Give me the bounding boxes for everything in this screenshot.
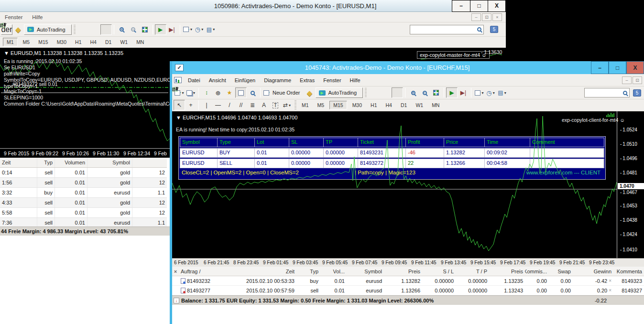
- price-axis[interactable]: 1.0524 1.0510 1.0496 1.0481 1.0467 1.045…: [617, 111, 644, 258]
- arrows-tool-icon[interactable]: ⇄▾: [281, 100, 293, 110]
- favorites-button[interactable]: ★: [224, 87, 235, 98]
- autotrading-button[interactable]: ▶ AutoTrading: [316, 87, 363, 98]
- chart-shift-icon[interactable]: ▶|: [166, 24, 178, 35]
- bar-chart-icon[interactable]: [369, 87, 380, 98]
- time-axis[interactable]: 6 Feb 2015 6 Feb 21:45 8 Feb 23:45 9 Feb…: [172, 258, 644, 267]
- table-row[interactable]: 5:58sell0.01gold12: [0, 208, 167, 218]
- fibonacci-tool-icon[interactable]: ≣: [247, 100, 258, 110]
- search-input[interactable]: [412, 27, 477, 32]
- zoom-out-icon[interactable]: −: [419, 87, 430, 98]
- search-field[interactable]: [410, 25, 484, 34]
- vertical-line-tool-icon[interactable]: |: [201, 100, 212, 110]
- terminal-close-icon[interactable]: ×: [172, 269, 179, 274]
- data-window-button[interactable]: [235, 87, 247, 98]
- period-m5[interactable]: M5: [20, 38, 33, 46]
- close-order-icon[interactable]: ×: [609, 278, 611, 283]
- period-d1[interactable]: D1: [397, 101, 410, 109]
- period-m1[interactable]: M1: [298, 101, 312, 109]
- menu-diagramme[interactable]: Diagramme: [260, 77, 295, 83]
- period-h4[interactable]: H4: [382, 101, 395, 109]
- timeframes-clock-icon[interactable]: ◷▾: [485, 87, 496, 98]
- col-gewinn[interactable]: Gewinn: [573, 269, 613, 274]
- minimize-button[interactable]: –: [591, 61, 609, 74]
- notifications-badge[interactable]: 5: [633, 89, 641, 97]
- period-m1[interactable]: M1: [3, 38, 18, 46]
- search-input[interactable]: [587, 90, 623, 96]
- eurchf-chart[interactable]: ▼ EURCHF,M15 1.04696 1.04740 1.04693 1.0…: [172, 111, 644, 267]
- auto-scroll-icon[interactable]: ▶: [155, 24, 166, 35]
- col-tp[interactable]: T / P: [456, 269, 489, 274]
- col-zeit[interactable]: Zeit: [0, 158, 37, 167]
- period-m15[interactable]: M15: [35, 38, 51, 46]
- zoom-in-icon[interactable]: +: [116, 24, 128, 35]
- col-typ[interactable]: Typ: [37, 158, 55, 167]
- col-auftrag[interactable]: Auftrag /: [179, 269, 225, 274]
- menu-datei[interactable]: Datei: [184, 77, 205, 83]
- period-m30[interactable]: M30: [54, 38, 70, 46]
- table-row[interactable]: 3:32buy0.01eurusd1.1: [0, 188, 167, 198]
- timeframes-clock-icon[interactable]: ◷▾: [194, 24, 205, 35]
- tile-windows-icon[interactable]: [430, 87, 442, 98]
- minimize-button[interactable]: –: [452, 0, 470, 11]
- text-tool-icon[interactable]: A: [258, 100, 270, 110]
- period-w1[interactable]: W1: [117, 38, 131, 46]
- trendline-tool-icon[interactable]: /: [224, 100, 235, 110]
- col-vol[interactable]: Vol...: [320, 269, 347, 274]
- tile-windows-icon[interactable]: [139, 24, 151, 35]
- table-row[interactable]: 4:33sell0.01gold12: [0, 198, 167, 208]
- col-zeit[interactable]: Zeit: [225, 269, 296, 274]
- col-symbol[interactable]: Symbol: [347, 269, 384, 274]
- chart-shift-icon[interactable]: ▶|: [458, 87, 469, 98]
- close-button[interactable]: X: [488, 0, 505, 11]
- templates-icon[interactable]: ▤▾: [496, 87, 508, 98]
- zoom-in-icon[interactable]: +: [407, 87, 419, 98]
- period-mn[interactable]: MN: [428, 101, 443, 109]
- period-h1[interactable]: H1: [72, 38, 85, 46]
- label-tool-icon[interactable]: T: [270, 100, 281, 110]
- candlestick-chart-icon[interactable]: [89, 24, 100, 35]
- neue-order-button[interactable]: + Neue Order: [262, 87, 304, 98]
- channel-tool-icon[interactable]: //: [235, 100, 247, 110]
- col-symbol[interactable]: Symbol: [87, 158, 132, 167]
- maximize-button[interactable]: □: [470, 0, 488, 11]
- title-bar[interactable]: ✓ 1045743: Activtrades-Demo - Demo Konto…: [172, 61, 644, 74]
- search-icon[interactable]: [623, 91, 627, 95]
- cursor-tool-icon[interactable]: ↖: [174, 100, 185, 110]
- doc-restore-button[interactable]: ⊡: [633, 76, 642, 84]
- autotrading-button[interactable]: ▶ AutoTrading: [24, 24, 72, 35]
- period-h1[interactable]: H1: [367, 101, 380, 109]
- profiles-button[interactable]: ▾: [185, 87, 196, 98]
- col-swap[interactable]: Swap: [549, 269, 573, 274]
- col-preis[interactable]: [132, 158, 167, 167]
- line-chart-icon[interactable]: [100, 24, 112, 35]
- bar-chart-icon[interactable]: [77, 24, 89, 35]
- menu-fenster[interactable]: Fenster: [0, 14, 27, 20]
- col-preis2[interactable]: Preis: [489, 269, 525, 274]
- period-mn[interactable]: MN: [133, 38, 147, 46]
- history-header-row[interactable]: Zeit Typ Volumen Symbol: [0, 158, 167, 168]
- col-typ[interactable]: Typ: [296, 269, 320, 274]
- period-m5[interactable]: M5: [314, 101, 328, 109]
- crosshair-tool-icon[interactable]: +: [185, 100, 196, 110]
- maximize-button[interactable]: □: [609, 61, 626, 74]
- table-row[interactable]: 1:56sell0.01gold12: [0, 178, 167, 188]
- col-volumen[interactable]: Volumen: [55, 158, 87, 167]
- col-kommission[interactable]: Kommis...: [525, 269, 549, 274]
- menu-fenster[interactable]: Fenster: [319, 77, 345, 83]
- title-bar[interactable]: 1050986: Activtrades-Demo - Demo Konto -…: [0, 0, 506, 12]
- line-chart-icon[interactable]: [392, 87, 403, 98]
- indicators-icon[interactable]: +▾: [473, 87, 485, 98]
- search-icon[interactable]: [477, 27, 481, 32]
- close-button[interactable]: X: [626, 61, 644, 74]
- auto-scroll-icon[interactable]: ▶: [446, 87, 458, 98]
- menu-extras[interactable]: Extras: [295, 77, 319, 83]
- period-m15[interactable]: M15: [329, 101, 347, 109]
- menu-hilfe[interactable]: Hilfe: [346, 77, 365, 83]
- period-d1[interactable]: D1: [102, 38, 115, 46]
- menu-hilfe[interactable]: Hilfe: [27, 14, 47, 20]
- doc-minimize-button[interactable]: –: [471, 13, 481, 21]
- order-row[interactable]: 81493277 2015.02.10 00:57:59 sell 0.01 e…: [172, 286, 644, 295]
- period-h4[interactable]: H4: [87, 38, 100, 46]
- period-m30[interactable]: M30: [349, 101, 365, 109]
- templates-icon[interactable]: ▤▾: [205, 24, 217, 35]
